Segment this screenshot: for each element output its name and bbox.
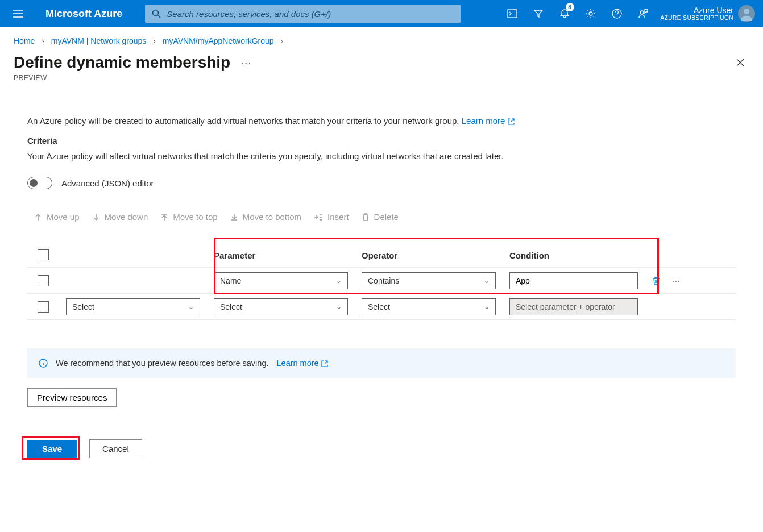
person-feedback-icon xyxy=(638,9,648,19)
advanced-editor-toggle[interactable] xyxy=(27,177,52,189)
chevron-down-icon: ⌄ xyxy=(188,303,194,311)
search-input[interactable] xyxy=(167,9,454,19)
user-info[interactable]: Azure User AZURE SUBSCRIPTIUON xyxy=(656,6,738,22)
cancel-button[interactable]: Cancel xyxy=(89,439,142,458)
filter-icon xyxy=(533,9,544,19)
content: An Azure policy will be created to autom… xyxy=(0,93,763,407)
arrow-top-icon xyxy=(160,213,168,221)
arrow-down-icon xyxy=(92,213,100,221)
row-checkbox[interactable] xyxy=(38,301,49,313)
info-banner: We recommend that you preview resources … xyxy=(27,348,736,378)
chevron-down-icon: ⌄ xyxy=(484,277,490,285)
directories-button[interactable] xyxy=(525,0,551,27)
more-actions-button[interactable]: ··· xyxy=(240,56,252,69)
close-button[interactable] xyxy=(731,53,749,72)
col-header-condition: Condition xyxy=(509,251,645,260)
delete-row-button[interactable] xyxy=(652,276,661,285)
criteria-table: Parameter Operator Condition Name ⌄ Cont… xyxy=(27,249,736,320)
svg-point-5 xyxy=(640,11,644,14)
move-down-button[interactable]: Move down xyxy=(92,212,148,222)
breadcrumb-item[interactable]: myAVNM | Network groups xyxy=(51,36,147,45)
help-icon xyxy=(612,9,622,19)
brand-label[interactable]: Microsoft Azure xyxy=(32,8,129,20)
table-row: Name ⌄ Contains ⌄ ··· xyxy=(27,268,736,294)
delete-button[interactable]: Delete xyxy=(362,212,399,222)
external-link-icon xyxy=(321,360,328,367)
breadcrumb: Home › myAVNM | Network groups › myAVNM/… xyxy=(0,27,763,50)
arrow-bottom-icon xyxy=(230,213,238,221)
footer: Save Cancel xyxy=(0,429,763,468)
help-button[interactable] xyxy=(604,0,630,27)
svg-point-0 xyxy=(153,10,159,16)
select-all-checkbox[interactable] xyxy=(38,249,49,260)
preview-resources-button[interactable]: Preview resources xyxy=(27,388,117,407)
row-more-button[interactable]: ··· xyxy=(672,276,681,285)
svg-point-6 xyxy=(744,9,749,14)
notification-badge: 8 xyxy=(566,3,574,11)
breadcrumb-item[interactable]: myAVNM/myAppNetworkGroup xyxy=(163,36,274,45)
hamburger-icon xyxy=(13,10,23,18)
avatar[interactable] xyxy=(738,5,755,22)
chevron-down-icon: ⌄ xyxy=(336,303,342,311)
criteria-heading: Criteria xyxy=(27,136,736,146)
move-up-button[interactable]: Move up xyxy=(34,212,80,222)
table-header-row: Parameter Operator Condition xyxy=(27,249,736,268)
parameter-select[interactable]: Select ⌄ xyxy=(214,298,348,315)
info-learn-more-link[interactable]: Learn more xyxy=(277,359,328,368)
criteria-toolbar: Move up Move down Move to top Move to bo… xyxy=(27,212,736,222)
cloud-shell-icon xyxy=(507,9,517,18)
save-button[interactable]: Save xyxy=(27,440,77,458)
andor-select[interactable]: Select ⌄ xyxy=(66,298,200,315)
toggle-label: Advanced (JSON) editor xyxy=(61,178,154,188)
search-box[interactable] xyxy=(145,5,461,23)
trash-icon xyxy=(362,213,370,221)
feedback-button[interactable] xyxy=(630,0,656,27)
title-row: Define dynamic membership ··· xyxy=(0,50,763,74)
settings-button[interactable] xyxy=(578,0,604,27)
chevron-down-icon: ⌄ xyxy=(484,303,490,311)
search-icon xyxy=(152,9,161,18)
notifications-button[interactable]: 8 xyxy=(551,0,578,27)
arrow-up-icon xyxy=(34,213,42,221)
preview-tag: PREVIEW xyxy=(0,74,763,93)
row-checkbox[interactable] xyxy=(38,275,49,286)
chevron-right-icon: › xyxy=(276,36,288,45)
move-to-top-button[interactable]: Move to top xyxy=(160,212,217,222)
condition-input[interactable] xyxy=(509,272,638,289)
user-name: Azure User xyxy=(661,6,733,15)
intro-text: An Azure policy will be created to autom… xyxy=(27,116,736,126)
info-text: We recommend that you preview resources … xyxy=(56,359,269,368)
menu-button[interactable] xyxy=(5,0,32,27)
learn-more-link[interactable]: Learn more xyxy=(462,116,515,126)
external-link-icon xyxy=(508,118,515,125)
advanced-editor-toggle-row: Advanced (JSON) editor xyxy=(27,177,736,189)
breadcrumb-item[interactable]: Home xyxy=(14,36,35,45)
condition-disabled: Select parameter + operator xyxy=(509,298,638,315)
criteria-description: Your Azure policy will affect virtual ne… xyxy=(27,151,736,161)
chevron-right-icon: › xyxy=(37,36,49,45)
operator-select[interactable]: Contains ⌄ xyxy=(362,272,496,289)
chevron-down-icon: ⌄ xyxy=(336,277,342,285)
info-icon xyxy=(39,359,48,368)
operator-select[interactable]: Select ⌄ xyxy=(362,298,496,315)
user-subscription: AZURE SUBSCRIPTIUON xyxy=(661,15,733,22)
col-header-operator: Operator xyxy=(362,251,509,260)
move-to-bottom-button[interactable]: Move to bottom xyxy=(230,212,301,222)
parameter-select[interactable]: Name ⌄ xyxy=(214,272,348,289)
avatar-icon xyxy=(738,5,755,22)
insert-button[interactable]: Insert xyxy=(314,212,349,222)
svg-rect-2 xyxy=(508,10,517,18)
page-title: Define dynamic membership xyxy=(14,53,230,72)
gear-icon xyxy=(586,9,596,19)
cloud-shell-button[interactable] xyxy=(499,0,525,27)
topbar-icons: 8 xyxy=(499,0,656,27)
insert-icon xyxy=(314,213,323,221)
topbar: Microsoft Azure 8 Azure User AZURE SUBSC… xyxy=(0,0,763,27)
svg-line-1 xyxy=(158,15,161,18)
trash-icon xyxy=(652,276,661,285)
chevron-right-icon: › xyxy=(148,36,160,45)
svg-point-3 xyxy=(589,12,592,15)
table-row: Select ⌄ Select ⌄ Select ⌄ Select parame… xyxy=(27,294,736,320)
close-icon xyxy=(736,58,745,67)
col-header-parameter: Parameter xyxy=(214,251,362,260)
